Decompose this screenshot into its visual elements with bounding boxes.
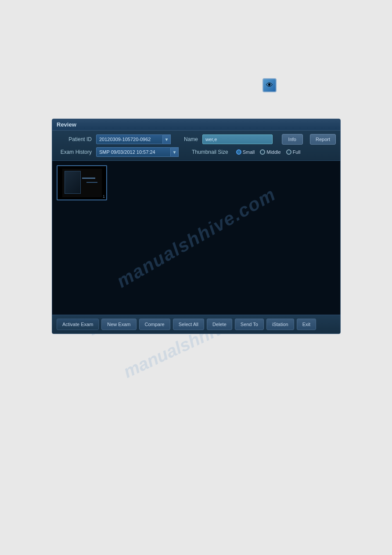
header-row-2: Exam History ▼ Thumbnail Size Small Midd… (57, 147, 336, 157)
size-small-radio[interactable] (236, 149, 241, 155)
name-input[interactable] (202, 134, 273, 144)
exam-history-group: ▼ (96, 147, 179, 157)
thumbnail-inner (58, 166, 106, 200)
size-full-radio[interactable] (286, 149, 291, 155)
dialog-title: Review (57, 121, 76, 128)
exam-history-dropdown[interactable]: ▼ (171, 147, 179, 157)
thumbnail-size-radio-group: Small Middle Full (236, 149, 301, 155)
delete-button[interactable]: Delete (207, 319, 232, 330)
name-label: Name (180, 136, 198, 142)
thumb-scan (62, 169, 102, 197)
exit-button[interactable]: Exit (297, 319, 316, 330)
size-middle-option[interactable]: Middle (260, 149, 281, 155)
scan-line-2 (86, 182, 97, 183)
dialog-content: 1 manualshhive.com (52, 161, 340, 315)
app-icon-area (263, 78, 277, 92)
report-button[interactable]: Report (310, 134, 336, 145)
thumb-number: 1 (103, 194, 105, 199)
patient-id-group: ▼ (96, 134, 171, 144)
new-exam-button[interactable]: New Exam (101, 319, 136, 330)
info-button[interactable]: Info (282, 134, 303, 145)
scan-line-1 (82, 178, 95, 179)
patient-id-label: Patient ID (57, 136, 92, 142)
header-row-1: Patient ID ▼ Name Info Report (57, 134, 336, 145)
activate-exam-button[interactable]: Activate Exam (57, 319, 99, 330)
content-watermark: manualshhive.com (113, 184, 279, 292)
size-middle-radio[interactable] (260, 149, 265, 155)
size-full-label: Full (293, 149, 301, 155)
review-dialog: Review Patient ID ▼ Name Info Report Exa… (52, 119, 341, 334)
size-small-label: Small (243, 149, 255, 155)
dialog-header: Patient ID ▼ Name Info Report Exam Histo… (52, 131, 340, 161)
thumbnail-item[interactable]: 1 (57, 165, 107, 200)
size-full-option[interactable]: Full (286, 149, 301, 155)
page-background: manualshhive.com manualshhive.com Review… (0, 0, 392, 555)
send-to-button[interactable]: Send To (235, 319, 264, 330)
size-middle-label: Middle (266, 149, 281, 155)
select-all-button[interactable]: Select All (173, 319, 204, 330)
dialog-title-bar: Review (52, 119, 340, 131)
dialog-toolbar: Activate Exam New Exam Compare Select Al… (52, 315, 340, 334)
patient-id-dropdown[interactable]: ▼ (163, 134, 171, 144)
app-icon (263, 78, 277, 92)
thumbnail-size-label: Thumbnail Size (192, 149, 228, 155)
istation-button[interactable]: iStation (266, 319, 294, 330)
exam-history-label: Exam History (57, 149, 92, 155)
patient-id-input[interactable] (96, 134, 163, 144)
compare-button[interactable]: Compare (139, 319, 170, 330)
size-small-option[interactable]: Small (236, 149, 255, 155)
exam-history-input[interactable] (96, 147, 171, 157)
